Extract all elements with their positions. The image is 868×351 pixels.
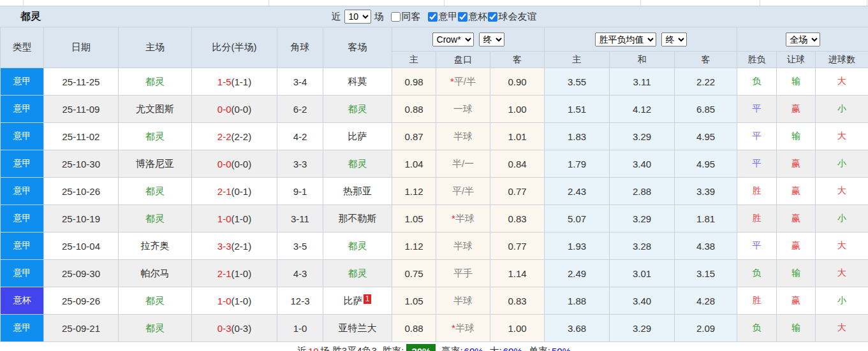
handicap-cell: *半球 — [436, 315, 490, 342]
summary-footer: 近10场,胜3平4负3, 胜率: 30% 赢率:60% 大:60% 单率:50% — [0, 342, 868, 351]
goals-cell: 大 — [816, 233, 868, 260]
date-cell: 25-11-25 — [44, 68, 119, 96]
away-team: 那不勒斯 — [323, 205, 392, 233]
away-team: 比萨1 — [323, 287, 392, 315]
table-row: 意甲 25-11-25 都灵 1-5(1-1) 3-4 科莫 0.98 *平/半… — [1, 68, 868, 96]
scope-select[interactable]: 全场 — [786, 32, 820, 47]
corner-cell: 3-3 — [277, 150, 323, 178]
fulltime-score: 1-0 — [217, 296, 232, 306]
result-group-header: 全场 — [737, 27, 868, 52]
same-away-toggle[interactable]: 同客 — [391, 11, 421, 23]
match-type-badge: 意甲 — [1, 178, 44, 205]
avg-away-cell: 4.38 — [675, 233, 737, 260]
col-avg-home: 主 — [545, 52, 610, 68]
handicap-win-value: 60% — [464, 346, 483, 351]
table-row: 意甲 25-10-19 都灵 1-0(1-0) 3-11 那不勒斯 1.05 *… — [1, 205, 868, 233]
table-row: 意杯 25-09-26 都灵 1-0(1-0) 12-3 比萨1 1.05 半球… — [1, 287, 868, 315]
table-row: 意甲 25-11-09 尤文图斯 0-0(0-0) 6-2 都灵 0.88 一球… — [1, 96, 868, 123]
avg-home-cell: 2.43 — [545, 178, 610, 205]
table-row: 意甲 25-09-30 帕尔马 2-1(1-0) 4-3 都灵 0.75 平手 … — [1, 260, 868, 287]
col-goals: 进球数 — [816, 52, 868, 68]
handicap-win-label: 赢率: — [441, 345, 462, 351]
fulltime-score: 0-0 — [217, 159, 232, 169]
filter-checkbox[interactable] — [488, 12, 497, 22]
avg-type-select[interactable]: 胜平负均值 — [595, 32, 656, 47]
single-label: 单率: — [529, 345, 550, 351]
table-row: 意甲 25-11-02 都灵 2-2(2-2) 4-2 比萨 0.87 半球 1… — [1, 123, 868, 150]
avg-home-cell: 3.55 — [545, 68, 610, 96]
avg-away-cell: 4.28 — [675, 287, 737, 315]
home-team: 拉齐奥 — [119, 233, 192, 260]
matches-label: 场 — [374, 11, 384, 23]
odds-time-select[interactable]: 终 — [479, 32, 504, 47]
home-team: 都灵 — [119, 123, 192, 150]
filter-label: 意杯 — [469, 11, 488, 23]
bookmaker-select[interactable]: Crow* — [432, 32, 474, 47]
goals-cell: 小 — [816, 205, 868, 233]
date-cell: 25-10-26 — [44, 178, 119, 205]
home-team: 博洛尼亚 — [119, 150, 192, 178]
col-odds-handicap: 盘口 — [436, 52, 490, 68]
goals-cell: 大 — [816, 178, 868, 205]
date-cell: 25-09-30 — [44, 260, 119, 287]
col-odds-away: 客 — [490, 52, 545, 68]
handicap-result-cell: 输 — [777, 68, 816, 96]
corner-cell: 4-3 — [277, 260, 323, 287]
odds-away-cell: 0.83 — [490, 287, 545, 315]
away-team: 都灵 — [323, 260, 392, 287]
handicap-result-cell: 赢 — [777, 287, 816, 315]
avg-draw-cell: 3.29 — [610, 205, 675, 233]
odds-away-cell: 1.00 — [490, 315, 545, 342]
date-cell: 25-10-19 — [44, 205, 119, 233]
filter-toggle-0[interactable]: 意甲 — [428, 11, 458, 23]
date-cell: 25-10-30 — [44, 150, 119, 178]
team-title: 都灵 — [20, 10, 41, 24]
avg-home-cell: 1.51 — [545, 96, 610, 123]
fulltime-score: 2-1 — [217, 186, 232, 197]
same-away-checkbox[interactable] — [391, 12, 401, 22]
avg-draw-cell: 2.88 — [610, 178, 675, 205]
result-cell: 平 — [737, 150, 777, 178]
match-count-select[interactable]: 10 — [344, 10, 371, 24]
odds-home-cell: 0.87 — [392, 123, 436, 150]
same-away-label: 同客 — [402, 11, 421, 23]
avg-draw-cell: 3.28 — [610, 233, 675, 260]
avg-draw-cell: 3.29 — [610, 315, 675, 342]
col-away: 客场 — [323, 27, 392, 68]
filter-toggle-1[interactable]: 意杯 — [458, 11, 488, 23]
halftime-score: (1-0) — [232, 213, 252, 224]
avg-home-cell: 1.93 — [545, 233, 610, 260]
table-row: 意甲 25-10-26 都灵 2-1(0-1) 9-1 热那亚 1.12 平/半… — [1, 178, 868, 205]
halftime-score: (0-0) — [232, 104, 252, 115]
away-team: 都灵 — [323, 96, 392, 123]
win-rate-box: 30% — [406, 344, 436, 351]
goals-cell: 大 — [816, 315, 868, 342]
away-team: 热那亚 — [323, 178, 392, 205]
odds-home-cell: 1.12 — [392, 233, 436, 260]
filter-toggle-2[interactable]: 球会友谊 — [488, 11, 537, 23]
avg-home-cell: 2.49 — [545, 260, 610, 287]
avg-away-cell: 2.09 — [675, 315, 737, 342]
result-cell: 负 — [737, 68, 777, 96]
result-cell: 负 — [737, 260, 777, 287]
avg-home-cell: 5.07 — [545, 205, 610, 233]
score-cell: 0-0(0-0) — [192, 150, 277, 178]
handicap-label: 半球 — [453, 240, 473, 251]
fulltime-score: 1-5 — [217, 76, 232, 87]
handicap-result-cell: 赢 — [777, 233, 816, 260]
handicap-cell: *半球 — [436, 205, 490, 233]
handicap-label: 半球 — [453, 131, 473, 141]
result-cell: 负 — [737, 315, 777, 342]
corner-cell: 3-4 — [277, 68, 323, 96]
filter-checkbox[interactable] — [428, 12, 438, 22]
handicap-label: 平/半 — [454, 76, 476, 87]
avg-time-select[interactable]: 终 — [661, 32, 687, 47]
result-cell: 胜 — [737, 287, 777, 315]
handicap-cell: 平手 — [436, 260, 490, 287]
avg-away-cell: 2.22 — [675, 68, 737, 96]
odds-home-cell: 0.75 — [392, 260, 436, 287]
avg-home-cell: 1.83 — [545, 123, 610, 150]
halftime-score: (1-1) — [232, 76, 252, 87]
filter-checkbox[interactable] — [458, 12, 467, 22]
corner-cell: 3-11 — [277, 205, 323, 233]
